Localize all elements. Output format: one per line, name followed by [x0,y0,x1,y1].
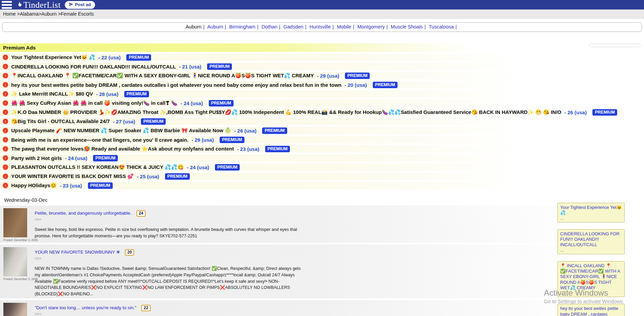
premium-ad-title[interactable]: Being with me is an experience—one that … [11,137,188,143]
city-link[interactable]: Birmingham [229,24,255,29]
premium-ad-title[interactable]: Happy HOlidays😊 [11,182,57,189]
premium-ad-row[interactable]: ↑ Upscale Playmate 🧨 NEW NUMBER 💦 Super … [0,127,644,134]
premium-badge: PREMIUM [141,118,166,125]
sidebar-ad-title[interactable]: CINDERELLA LOOKING FOR FUN!!! OAKLAND!!!… [560,231,622,248]
country-label: USA [35,217,303,221]
upvote-icon: ↑ [3,119,8,124]
breadcrumb[interactable]: Home >Alabama>Auburn >Female Escorts [3,11,94,17]
premium-ad-title[interactable]: Party with 2 Hot girls [11,155,62,161]
listing-content: Petite, brunette, and dangerously unforg… [35,208,303,239]
city-link[interactable]: Dothan [261,24,277,29]
premium-ad-title[interactable]: Upscale Playmate 🧨 NEW NUMBER 💦 Super So… [11,127,231,134]
city-link[interactable]: Auburn [207,24,223,29]
upvote-icon: ↑ [3,100,8,106]
premium-badge: PREMIUM [93,155,118,161]
city-separator: | [351,24,356,29]
city-link[interactable]: Montgomery [357,24,385,29]
premium-ad-title[interactable]: 📍INCALL OAKLAND 📍 ✅FACETIME/CAR✅ WITH A … [11,73,314,79]
city-link[interactable]: Muscle Shoals [391,24,423,29]
premium-ad-row[interactable]: ↑ CINDERELLA LOOKING FOR FUN!!! OAKLAND!… [0,63,644,70]
premium-ad-row[interactable]: ↑ YOUR WINTER FAVORITE IS BACK DONT MISS… [0,173,644,180]
premium-ad-age: - 25 (usa) [137,174,159,179]
city-separator: | [423,24,427,29]
premium-ad-age: - 23 (usa) [237,146,259,152]
city-link[interactable]: Mobile [337,24,351,29]
listing-title-link[interactable]: YOUR NEW FAVORITE SNOWBUNNY ❄ [35,250,120,255]
listing-photo[interactable] [3,208,27,237]
premium-ad-title[interactable]: hey its your best wettes petite baby DRE… [11,82,342,88]
listing-photo-column: Posted: December 3, 2025 [3,208,29,242]
premium-ad-title[interactable]: ✨K.O Daa NUMBER 👑 PROVIDER 💃✨💋AMAZING Th… [11,109,561,115]
ad-placeholder-box [589,44,641,47]
premium-ad-row[interactable]: ↑ hey its your best wettes petite baby D… [0,81,644,88]
listing-content: YOUR NEW FAVORITE SNOWBUNNY ❄ 20 USA NEW… [35,247,303,297]
city-link[interactable]: Gadsden [283,24,303,29]
listing-title-link[interactable]: Petite, brunette, and dangerously unforg… [35,211,131,216]
premium-badge: PREMIUM [88,182,113,189]
upvote-icon: ↑ [3,110,8,115]
sidebar-ad-card[interactable]: hey its your best wettes petite baby DRE… [557,304,625,316]
country-label: USA [35,312,303,316]
sidebar-ad-card[interactable]: CINDERELLA LOOKING FOR FUN!!! OAKLAND!!!… [557,229,625,254]
city-nav-box: Auburn| Auburn| Birmingham| Dothan| Gads… [2,22,642,32]
premium-ad-row[interactable]: ↑ Your Tightest Experience Yet🐱 💦 - 22 (… [0,54,644,61]
premium-ad-title[interactable]: CINDERELLA LOOKING FOR FUN!!! OAKLAND!!!… [11,64,176,70]
listing-photo[interactable] [3,303,27,316]
hamburger-menu-icon[interactable] [2,1,12,9]
posted-date: Posted: December 3, 2025 [3,277,29,281]
flame-icon [16,1,23,8]
upvote-icon: ↑ [3,91,8,97]
premium-ad-row[interactable]: ↑ 🌺 🌺 Sexy CuRvy Asian 🌺 🌺 in call 🍑 vis… [0,99,644,107]
sidebar-ad-title[interactable]: 📍 INCALL OAKLAND 📍 ✅FACETIME/CAR✅ WITH A… [560,263,622,291]
premium-ad-title[interactable]: 😘Big Tits Girl - OUTCALL Available 24/7 [11,118,110,124]
post-ad-button[interactable]: Post ad [65,1,95,9]
premium-ad-row[interactable]: ↑ Party with 2 Hot girls - 24 (usa) PREM… [0,154,644,162]
sidebar-ad-card[interactable]: 📍 INCALL OAKLAND 📍 ✅FACETIME/CAR✅ WITH A… [557,261,625,297]
brand-logo[interactable]: TinderList [16,1,61,9]
city-link[interactable]: Tuscaloosa [429,24,454,29]
premium-ad-title[interactable]: 🌺 🌺 Sexy CuRvy Asian 🌺 🌺 in call 🍑 visit… [11,100,178,106]
sidebar-ad-title[interactable]: hey its your best wettes petite baby DRE… [560,306,622,316]
premium-ad-title[interactable]: The pawg that everyone loves🥵 Ready and … [11,146,234,152]
premium-ad-row[interactable]: ↑ ✨ Lake Merritt INCALL✨ $80 QV - 28 (us… [0,90,644,98]
sidebar-ad-card[interactable]: Your Tightest Experience Yet🐱 💦 ... [557,203,625,222]
premium-ad-row[interactable]: ↑ The pawg that everyone loves🥵 Ready an… [0,145,644,153]
age-badge: 22 [141,305,150,311]
upvote-icon: ↑ [3,155,8,161]
premium-ad-age: - 24 (usa) [181,100,203,106]
premium-ad-title[interactable]: PLEASANTON OUTCALLS !! SEXY KOREAN😍 THIC… [11,164,184,170]
listing-row: Posted: December 3, 2025 Petite, brunett… [0,205,644,243]
premium-ad-row[interactable]: ↑ ✨K.O Daa NUMBER 👑 PROVIDER 💃✨💋AMAZING … [0,108,644,116]
premium-ad-title[interactable]: Your Tightest Experience Yet🐱 💦 [11,54,95,60]
city-separator: | [277,24,282,29]
premium-ad-row[interactable]: ↑ 😘Big Tits Girl - OUTCALL Available 24/… [0,118,644,125]
premium-ad-row[interactable]: ↑ Being with me is an experience—one tha… [0,136,644,143]
sidebar-ad-title[interactable]: Your Tightest Experience Yet🐱 💦 [560,205,622,216]
premium-ad-row[interactable]: ↑ Happy HOlidays😊 - 23 (usa) PREMIUM [0,182,644,189]
premium-ad-title[interactable]: YOUR WINTER FAVORITE IS BACK DONT MISS 💕 [11,173,134,179]
date-header: Wednesday-03-Dec [0,197,644,203]
premium-badge: PREMIUM [165,173,190,180]
premium-ad-title[interactable]: ✨ Lake Merritt INCALL✨ $80 QV [11,91,93,97]
upvote-icon: ↑ [3,64,8,69]
listing-content: "Don't stare too long… unless you're rea… [35,303,303,316]
sidebar-ad-more: ... [560,248,622,253]
premium-ad-age: - 29 (usa) [317,73,339,79]
listing-title-link[interactable]: "Don't stare too long… unless you're rea… [35,305,136,310]
city-separator: | [223,24,228,29]
premium-ad-age: - 29 (usa) [191,137,214,143]
city-separator: | [331,24,335,29]
premium-ad-row[interactable]: ↑ 📍INCALL OAKLAND 📍 ✅FACETIME/CAR✅ WITH … [0,72,644,79]
premium-ad-row[interactable]: ↑ PLEASANTON OUTCALLS !! SEXY KOREAN😍 TH… [0,163,644,171]
sidebar-ad-more: ... [560,216,622,221]
premium-badge: PREMIUM [220,137,244,143]
city-link[interactable]: Huntsville [309,24,331,29]
premium-badge: PREMIUM [592,109,617,116]
premium-ads-list: ↑ Your Tightest Experience Yet🐱 💦 - 22 (… [0,54,644,189]
upvote-icon: ↑ [3,137,8,142]
premium-badge: PREMIUM [265,146,290,152]
paper-plane-icon [69,2,73,7]
age-badge: 24 [136,210,146,217]
listing-photo[interactable] [3,247,27,276]
city-link[interactable]: Auburn [186,24,202,29]
